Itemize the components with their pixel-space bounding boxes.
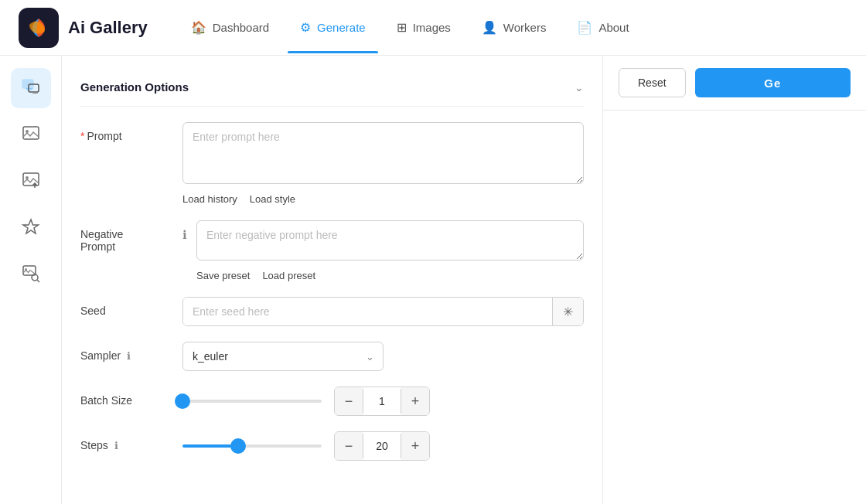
nav-dashboard[interactable]: 🏠 Dashboard — [179, 14, 281, 41]
nav-images[interactable]: ⊞ Images — [384, 14, 463, 41]
nav-generate-label: Generate — [317, 21, 366, 34]
nav-generate[interactable]: ⚙ Generate — [288, 14, 378, 41]
reset-button[interactable]: Reset — [619, 68, 686, 97]
images-icon: ⊞ — [397, 20, 407, 35]
load-history-link[interactable]: Load history — [182, 193, 237, 205]
batch-size-controls: − 1 + — [182, 387, 584, 416]
generate-button[interactable]: Ge — [695, 68, 851, 97]
seed-input[interactable] — [183, 298, 552, 325]
sampler-info-icon[interactable]: ℹ — [127, 350, 131, 362]
steps-label-group: Steps ℹ — [80, 431, 173, 451]
steps-row: Steps ℹ − 20 + — [80, 431, 584, 461]
nav-about-label: About — [598, 21, 629, 34]
steps-increment-button[interactable]: + — [401, 432, 429, 460]
right-panel-actions: Reset Ge — [603, 56, 866, 111]
sampler-label-group: Sampler ℹ — [80, 342, 173, 362]
negative-prompt-actions: Save preset Load preset — [196, 270, 584, 281]
generate-icon: ⚙ — [300, 20, 311, 35]
about-icon: 📄 — [577, 20, 592, 35]
sidebar — [0, 56, 62, 504]
section-title: Generation Options — [80, 80, 189, 94]
batch-size-field: − 1 + — [182, 387, 584, 416]
content-area: Generation Options ⌄ *Prompt Load histor… — [62, 56, 866, 504]
save-preset-link[interactable]: Save preset — [196, 270, 250, 281]
steps-value: 20 — [363, 434, 401, 458]
batch-size-slider-thumb[interactable] — [175, 393, 190, 409]
seed-input-wrap: ✳ — [182, 297, 584, 326]
app-title: Ai Gallery — [68, 18, 148, 38]
steps-stepper: − 20 + — [334, 431, 430, 461]
batch-size-decrement-button[interactable]: − — [335, 387, 363, 415]
sampler-row: Sampler ℹ k_euler k_euler_a k_lms ddim p… — [80, 342, 584, 371]
batch-size-value: 1 — [363, 389, 401, 414]
steps-controls: − 20 + — [182, 431, 584, 461]
load-style-link[interactable]: Load style — [250, 193, 295, 205]
negative-prompt-textarea[interactable] — [196, 220, 584, 261]
nav-dashboard-label: Dashboard — [213, 21, 269, 34]
steps-slider-wrap — [182, 438, 322, 454]
sampler-field: k_euler k_euler_a k_lms ddim plms ⌄ — [182, 342, 584, 371]
logo-area: Ai Gallery — [19, 8, 148, 48]
sampler-select-wrap: k_euler k_euler_a k_lms ddim plms ⌄ — [182, 342, 384, 371]
negative-prompt-info-icon[interactable]: ℹ — [182, 228, 187, 242]
steps-info-icon[interactable]: ℹ — [114, 440, 118, 451]
prompt-actions: Load history Load style — [182, 193, 584, 205]
nav-workers[interactable]: 👤 Workers — [469, 14, 559, 41]
prompt-field: Load history Load style — [182, 122, 584, 205]
steps-slider-thumb[interactable] — [230, 438, 246, 454]
nav-about[interactable]: 📄 About — [564, 14, 641, 41]
sampler-select[interactable]: k_euler k_euler_a k_lms ddim plms — [182, 342, 384, 371]
sidebar-item-image-search[interactable] — [11, 254, 51, 294]
seed-field: ✳ — [182, 297, 584, 326]
prompt-row: *Prompt Load history Load style — [80, 122, 584, 205]
section-header: Generation Options ⌄ — [80, 71, 584, 107]
batch-size-slider-wrap — [182, 393, 322, 409]
prompt-textarea[interactable] — [182, 122, 584, 184]
negative-prompt-label: NegativePrompt — [80, 220, 173, 253]
batch-size-label: Batch Size — [80, 387, 173, 407]
batch-size-slider-track — [182, 400, 322, 403]
batch-size-increment-button[interactable]: + — [401, 387, 429, 415]
prompt-label: *Prompt — [80, 122, 173, 142]
seed-row: Seed ✳ — [80, 297, 584, 326]
nav-items: 🏠 Dashboard ⚙ Generate ⊞ Images 👤 Worker… — [179, 14, 847, 41]
sidebar-item-chat-image[interactable] — [11, 68, 51, 108]
right-panel: Reset Ge — [603, 56, 866, 504]
svg-rect-5 — [23, 173, 39, 186]
app-logo — [19, 8, 59, 48]
nav-images-label: Images — [413, 21, 451, 34]
sidebar-item-star[interactable] — [11, 207, 51, 247]
batch-size-stepper: − 1 + — [334, 387, 430, 416]
collapse-icon[interactable]: ⌄ — [574, 81, 584, 94]
negative-prompt-field: Save preset Load preset — [196, 220, 584, 281]
svg-rect-3 — [23, 127, 39, 139]
batch-size-row: Batch Size − 1 + — [80, 387, 584, 416]
dashboard-icon: 🏠 — [191, 20, 206, 35]
main-layout: Generation Options ⌄ *Prompt Load histor… — [0, 56, 866, 504]
negative-prompt-row: NegativePrompt ℹ Save preset Load preset — [80, 220, 584, 281]
steps-field: − 20 + — [182, 431, 584, 461]
nav-workers-label: Workers — [503, 21, 547, 34]
seed-random-button[interactable]: ✳ — [552, 298, 583, 325]
steps-decrement-button[interactable]: − — [335, 432, 363, 460]
sidebar-item-image-upload[interactable] — [11, 161, 51, 201]
load-preset-link[interactable]: Load preset — [262, 270, 315, 281]
top-navigation: Ai Gallery 🏠 Dashboard ⚙ Generate ⊞ Imag… — [0, 0, 866, 56]
sidebar-item-image-edit[interactable] — [11, 114, 51, 155]
workers-icon: 👤 — [482, 20, 497, 35]
steps-slider-track — [182, 444, 322, 448]
seed-label: Seed — [80, 297, 173, 317]
form-panel: Generation Options ⌄ *Prompt Load histor… — [62, 56, 603, 504]
